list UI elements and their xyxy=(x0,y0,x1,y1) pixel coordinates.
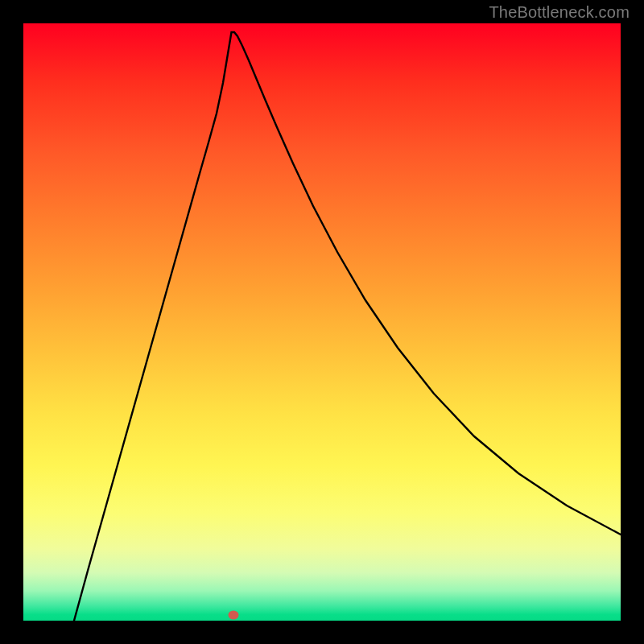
plot-area xyxy=(23,23,621,621)
bottleneck-curve xyxy=(74,32,621,621)
minimum-marker xyxy=(229,611,239,620)
curve-svg xyxy=(23,23,621,621)
watermark-text: TheBottleneck.com xyxy=(489,3,630,22)
